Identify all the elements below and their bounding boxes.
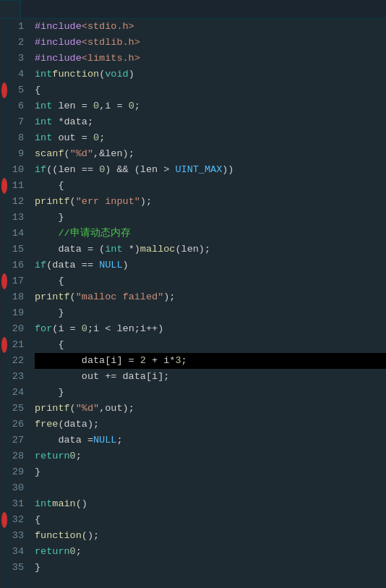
line-number: 33 [12, 528, 24, 544]
line-number: 13 [12, 210, 24, 226]
breakpoint-row[interactable] [0, 162, 8, 178]
breakpoint-row[interactable] [0, 19, 8, 35]
code-line: { [35, 178, 386, 194]
line-number: 3 [12, 51, 24, 67]
breakpoint-row[interactable] [0, 130, 8, 146]
code-line: { [35, 512, 386, 528]
code-line: int len = 0,i = 0; [35, 98, 386, 114]
breakpoint-row[interactable] [0, 369, 8, 385]
breakpoint-row[interactable] [0, 114, 8, 130]
breakpoint-row[interactable] [0, 417, 8, 433]
line-number: 23 [12, 369, 24, 385]
line-number: 6 [12, 98, 24, 114]
line-number: 28 [12, 448, 24, 464]
code-line: scanf("%d",&len); [35, 146, 386, 162]
breakpoint-row[interactable] [0, 305, 8, 321]
line-number: 34 [12, 544, 24, 560]
line-number: 17 [12, 273, 24, 289]
breakpoint-row[interactable] [0, 464, 8, 480]
line-number: 2 [12, 35, 24, 51]
line-number: 14 [12, 226, 24, 242]
line-number: 18 [12, 289, 24, 305]
line-number: 7 [12, 114, 24, 130]
breakpoint-row[interactable] [0, 257, 8, 273]
line-number: 8 [12, 130, 24, 146]
breakpoint-row[interactable] [0, 273, 8, 289]
breakpoint-row[interactable] [0, 242, 8, 257]
breakpoint-row[interactable] [0, 51, 8, 67]
breakpoint-row[interactable] [0, 512, 8, 528]
breakpoint-row[interactable] [0, 433, 8, 448]
breakpoint-row[interactable] [0, 448, 8, 464]
breakpoint-dot [1, 178, 7, 194]
code-line: free(data); [35, 417, 386, 433]
line-number: 1 [12, 19, 24, 35]
code-line: } [35, 210, 386, 226]
line-number: 21 [12, 337, 24, 353]
code-line: int main() [35, 496, 386, 512]
breakpoint-row[interactable] [0, 178, 8, 194]
breakpoint-row[interactable] [0, 528, 8, 544]
breakpoint-row[interactable] [0, 560, 8, 576]
line-number: 11 [12, 178, 24, 194]
code-line: data =NULL; [35, 433, 386, 448]
code-line: //申请动态内存 [35, 226, 386, 242]
line-number-gutter: 1234567891011121314151617181920212223242… [9, 19, 30, 588]
code-line: int out = 0; [35, 130, 386, 146]
breakpoint-row[interactable] [0, 194, 8, 210]
line-number: 25 [12, 401, 24, 417]
breakpoint-row[interactable] [0, 544, 8, 560]
code-line: int function(void) [35, 67, 386, 82]
breakpoint-row[interactable] [0, 146, 8, 162]
breakpoint-row[interactable] [0, 480, 8, 496]
line-number: 19 [12, 305, 24, 321]
code-line: out += data[i]; [35, 369, 386, 385]
code-line: #include <limits.h> [35, 51, 386, 67]
line-number: 29 [12, 464, 24, 480]
code-line: printf("%d",out); [35, 401, 386, 417]
breakpoint-dot [1, 337, 7, 353]
line-number: 35 [12, 560, 24, 576]
breakpoint-row[interactable] [0, 35, 8, 51]
line-number: 32 [12, 512, 24, 528]
line-number: 10 [12, 162, 24, 178]
code-line: } [35, 560, 386, 576]
line-number: 20 [12, 321, 24, 337]
breakpoint-row[interactable] [0, 337, 8, 353]
code-area: 1234567891011121314151617181920212223242… [0, 19, 386, 588]
breakpoint-row[interactable] [0, 385, 8, 401]
code-line: #include <stdio.h> [35, 19, 386, 35]
line-number: 30 [12, 480, 24, 496]
code-line: { [35, 82, 386, 98]
code-line: data[i] = 2 + i*3; [35, 353, 386, 369]
breakpoint-dot [1, 82, 7, 98]
code-line: printf("malloc failed"); [35, 289, 386, 305]
code-line: printf("err input"); [35, 194, 386, 210]
breakpoint-row[interactable] [0, 82, 8, 98]
line-number: 22 [12, 353, 24, 369]
code-line: { [35, 337, 386, 353]
tab-bar [0, 0, 386, 19]
breakpoint-row[interactable] [0, 289, 8, 305]
breakpoint-row[interactable] [0, 67, 8, 82]
code-line: } [35, 464, 386, 480]
code-line: #include <stdlib.h> [35, 35, 386, 51]
breakpoint-dot [1, 512, 7, 528]
code-content: #include <stdio.h>#include <stdlib.h>#in… [30, 19, 386, 588]
breakpoint-row[interactable] [0, 353, 8, 369]
code-line: function(); [35, 528, 386, 544]
breakpoint-row[interactable] [0, 401, 8, 417]
code-line: { [35, 273, 386, 289]
line-number: 4 [12, 67, 24, 82]
breakpoint-row[interactable] [0, 226, 8, 242]
line-number: 15 [12, 242, 24, 257]
breakpoint-row[interactable] [0, 321, 8, 337]
breakpoint-row[interactable] [0, 98, 8, 114]
breakpoint-row[interactable] [0, 210, 8, 226]
breakpoint-row[interactable] [0, 496, 8, 512]
line-number: 5 [12, 82, 24, 98]
file-tab[interactable] [0, 0, 21, 18]
code-line: for(i = 0;i < len;i++) [35, 321, 386, 337]
line-number: 16 [12, 257, 24, 273]
code-line: int *data; [35, 114, 386, 130]
